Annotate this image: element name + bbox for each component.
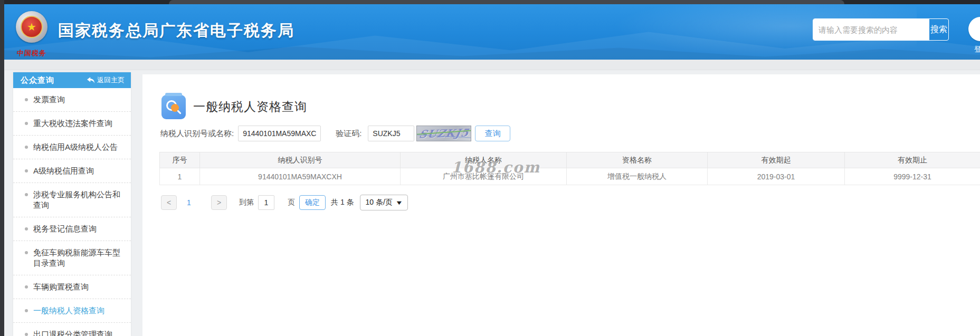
sidebar-item-tax-service-agency[interactable]: 涉税专业服务机构公告和查询 [13, 183, 131, 217]
col-header-seq: 序号 [160, 152, 200, 168]
sidebar-item-label: 发票查询 [33, 94, 65, 105]
emblem-star-icon: ★ [27, 22, 36, 32]
bullet-icon [25, 333, 28, 336]
magnifier-handle [177, 110, 181, 114]
result-table: 序号 纳税人识别号 纳税人名称 资格名称 有效期起 有效期止 1 9144010… [159, 152, 980, 185]
total-records-label: 共 1 条 [331, 198, 354, 207]
sidebar-menu: 发票查询 重大税收违法案件查询 纳税信用A级纳税人公告 A级纳税信用查询 涉税专… [13, 88, 131, 336]
sidebar-item-label: 车辆购置税查询 [33, 282, 89, 292]
sidebar-item-general-taxpayer-query[interactable]: 一般纳税人资格查询 [13, 299, 131, 323]
table-row: 1 91440101MA59MAXCXH 广州市塞比帐篷有限公司 增值税一般纳税… [160, 168, 980, 185]
sidebar-item-tax-registration-info[interactable]: 税务登记信息查询 [13, 217, 131, 241]
col-header-valid-to: 有效期止 [845, 152, 980, 168]
page-size-select[interactable]: 10 条/页 ▼ [360, 195, 408, 210]
user-avatar[interactable] [968, 17, 980, 41]
sidebar-item-label: 重大税收违法案件查询 [33, 118, 112, 129]
magnifier-icon [161, 95, 186, 119]
tax-bureau-emblem: ★ [16, 11, 47, 43]
logo-caption: 中国税务 [12, 49, 51, 58]
captcha-label: 验证码: [336, 129, 361, 139]
table-header-row: 序号 纳税人识别号 纳税人名称 资格名称 有效期起 有效期止 [160, 152, 980, 168]
cell-qualification: 增值税一般纳税人 [567, 168, 708, 185]
login-link[interactable]: 登 [974, 45, 980, 54]
query-button[interactable]: 查询 [475, 126, 510, 141]
sidebar-item-major-tax-violation[interactable]: 重大税收违法案件查询 [13, 112, 131, 136]
sidebar-item-vehicle-purchase-tax[interactable]: 车辆购置税查询 [13, 275, 131, 299]
sidebar-item-new-energy-vehicle-catalog[interactable]: 免征车购税新能源车车型目录查询 [13, 241, 131, 275]
current-page-number[interactable]: 1 [181, 198, 197, 207]
browser-chrome-left [0, 0, 4, 336]
col-header-taxpayer-id: 纳税人识别号 [200, 152, 401, 168]
taxpayer-id-label: 纳税人识别号或名称: [160, 129, 234, 139]
sidebar-header: 公众查询 返回主页 [13, 72, 131, 88]
page-number-input[interactable] [258, 195, 274, 210]
bullet-icon [25, 122, 28, 125]
sidebar-item-label: 免征车购税新能源车车型目录查询 [33, 247, 125, 268]
sidebar-item-invoice-query[interactable]: 发票查询 [13, 88, 131, 112]
chevron-down-icon: ▼ [395, 199, 403, 206]
sidebar: 公众查询 返回主页 发票查询 重大税收违法案件查询 纳税信用A级纳税人公告 [13, 72, 131, 336]
bullet-icon [25, 169, 28, 172]
cell-taxpayer-id: 91440101MA59MAXCXH [200, 168, 401, 185]
bullet-icon [25, 285, 28, 289]
sidebar-item-label: 纳税信用A级纳税人公告 [33, 142, 118, 152]
emblem-inner-disc: ★ [21, 16, 43, 38]
sidebar-item-label: A级纳税信用查询 [33, 166, 94, 176]
col-header-taxpayer-name: 纳税人名称 [401, 152, 567, 168]
bullet-icon [25, 227, 28, 231]
reply-arrow-icon [87, 77, 94, 83]
sidebar-item-label: 涉税专业服务机构公告和查询 [33, 189, 125, 210]
captcha-image[interactable]: SUZKJ5 [416, 126, 471, 141]
browser-chrome-top [0, 0, 980, 4]
query-form: 纳税人识别号或名称: 验证码: SUZKJ5 查询 [160, 126, 510, 141]
taxpayer-id-input[interactable] [238, 126, 321, 141]
sidebar-title: 公众查询 [21, 75, 54, 85]
bullet-icon [25, 98, 28, 101]
page: ★ 中国税务 国家税务总局广东省电子税务局 搜索 登 公众查询 返回主页 [0, 0, 980, 336]
site-title: 国家税务总局广东省电子税务局 [58, 20, 294, 42]
col-header-valid-from: 有效期起 [708, 152, 845, 168]
cell-valid-from: 2019-03-01 [708, 168, 845, 185]
site-header: ★ 中国税务 国家税务总局广东省电子税务局 搜索 登 [4, 4, 980, 60]
header-search: 搜索 [813, 18, 949, 41]
goto-page-prefix-label: 到第 [239, 198, 254, 207]
bullet-icon [25, 251, 28, 254]
page-size-value: 10 条/页 [365, 198, 392, 207]
pagination: < 1 > 到第 页 确定 共 1 条 10 条/页 ▼ [161, 195, 408, 210]
goto-page-suffix-label: 页 [288, 198, 295, 207]
prev-page-button[interactable]: < [161, 195, 177, 210]
page-title: 一般纳税人资格查询 [193, 99, 307, 115]
sidebar-item-label: 税务登记信息查询 [33, 224, 97, 234]
main-content: 一般纳税人资格查询 纳税人识别号或名称: 验证码: SUZKJ5 查询 序号 纳… [142, 74, 980, 336]
next-page-button[interactable]: > [211, 195, 227, 210]
browser-tab-remnant [169, 0, 844, 4]
cell-seq: 1 [160, 168, 200, 185]
bullet-icon [25, 193, 28, 196]
bullet-icon [25, 309, 28, 312]
icon-lid-decoration [165, 93, 182, 96]
sidebar-item-export-tax-rebate[interactable]: 出口退税分类管理查询 [13, 323, 131, 336]
cell-taxpayer-name: 广州市塞比帐篷有限公司 [401, 168, 567, 185]
cell-valid-to: 9999-12-31 [845, 168, 980, 185]
col-header-qualification: 资格名称 [567, 152, 708, 168]
confirm-page-button[interactable]: 确定 [299, 195, 326, 210]
search-input[interactable] [813, 19, 929, 40]
sidebar-item-a-level-credit-announcement[interactable]: 纳税信用A级纳税人公告 [13, 136, 131, 159]
captcha-input[interactable] [368, 126, 414, 141]
sidebar-item-a-level-credit-query[interactable]: A级纳税信用查询 [13, 159, 131, 183]
sidebar-item-label: 出口退税分类管理查询 [33, 329, 112, 336]
back-to-home-label: 返回主页 [97, 75, 125, 85]
search-button[interactable]: 搜索 [929, 19, 948, 40]
header-sub-band [4, 60, 980, 70]
back-to-home-link[interactable]: 返回主页 [87, 75, 125, 85]
sidebar-item-label: 一般纳税人资格查询 [33, 305, 104, 316]
bullet-icon [25, 146, 28, 149]
